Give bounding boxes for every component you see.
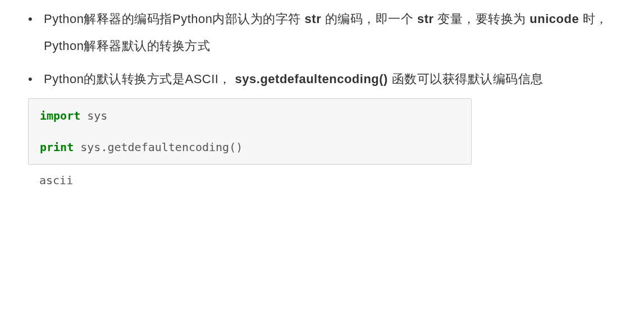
code-text: sys.getdefaultencoding() <box>74 140 243 154</box>
text-part: 函数可以获得默认编码信息 <box>388 72 543 86</box>
text-part-bold: unicode <box>529 12 579 26</box>
output-text: ascii <box>39 174 73 187</box>
text-part-bold: str <box>305 12 322 26</box>
text-part: 变量，要转换为 <box>434 12 530 26</box>
code-line-2: print sys.getdefaultencoding() <box>40 139 460 155</box>
text-part: Python解释器的编码指Python内部认为的字符 <box>44 12 305 26</box>
keyword-print: print <box>40 140 74 154</box>
output-block: ascii <box>28 171 627 189</box>
keyword-import: import <box>40 109 80 122</box>
bullet-item-1: Python解释器的编码指Python内部认为的字符 str 的编码，即一个 s… <box>28 6 627 60</box>
code-text: sys <box>80 109 107 122</box>
text-part-bold: sys.getdefaultencoding() <box>235 72 388 86</box>
bullet-item-2: Python的默认转换方式是ASCII， sys.getdefaultencod… <box>28 66 627 93</box>
text-part: Python的默认转换方式是ASCII， <box>44 72 235 86</box>
code-blank-line <box>40 124 460 139</box>
code-line-1: import sys <box>40 108 460 124</box>
bullet-list: Python解释器的编码指Python内部认为的字符 str 的编码，即一个 s… <box>17 6 627 93</box>
text-part: 的编码，即一个 <box>321 12 417 26</box>
code-block: import sys print sys.getdefaultencoding(… <box>28 98 472 165</box>
text-part-bold: str <box>417 12 434 26</box>
